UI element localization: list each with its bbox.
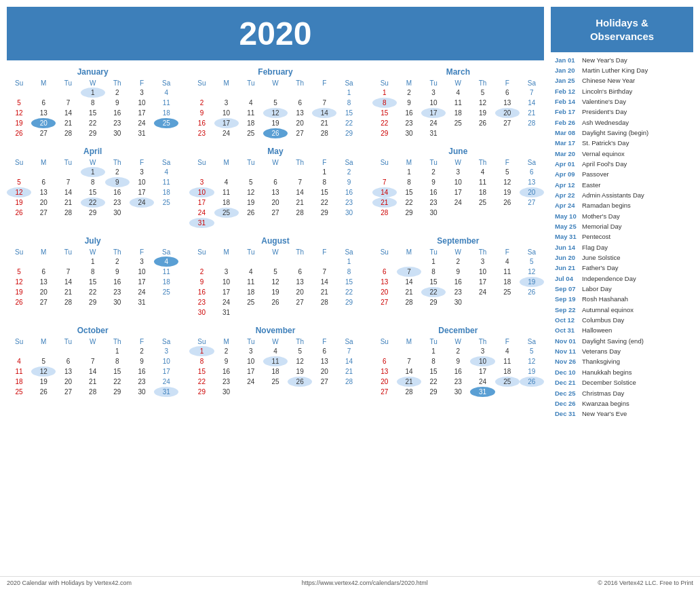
- calendar-day: 25: [154, 118, 178, 128]
- holiday-date: Jan 01: [555, 56, 579, 64]
- calendar-day: 9: [446, 267, 470, 277]
- holiday-date: Dec 10: [555, 368, 579, 377]
- day-header: F: [312, 158, 336, 167]
- calendar-day: 5: [31, 356, 56, 366]
- calendar-day: 14: [520, 98, 544, 108]
- month-table: SuMTuWThFSa12345678910111213141516171819…: [7, 158, 178, 218]
- holiday-name: June Solstice: [582, 254, 621, 262]
- calendar-day: 22: [81, 118, 105, 128]
- calendar-day: 30: [336, 208, 361, 218]
- month-block: NovemberSuMTuWThFSa123456789101112131415…: [189, 326, 361, 397]
- calendar-day: 26: [288, 377, 312, 387]
- calendar-day: 12: [7, 187, 31, 197]
- calendar-day: 3: [421, 88, 446, 98]
- day-header: F: [495, 158, 520, 167]
- calendar-day: [263, 88, 288, 98]
- calendar-day: 29: [421, 297, 446, 307]
- calendar-day: 23: [421, 197, 446, 208]
- calendar-day: 30: [446, 297, 470, 307]
- calendar-day: 17: [239, 366, 263, 377]
- month-table: SuMTuWThFSa12345678910111213141516171819…: [7, 79, 178, 138]
- calendar-day: 12: [520, 356, 544, 366]
- day-header: M: [397, 248, 421, 256]
- calendar-day: 13: [31, 187, 56, 197]
- calendar-day: [56, 167, 80, 177]
- calendar-day: 5: [520, 256, 544, 267]
- holiday-item: Nov 11Veterans Day: [553, 347, 691, 357]
- holiday-item: Jan 20Martin Luther King Day: [553, 65, 691, 75]
- calendar-day: 28: [312, 128, 336, 138]
- calendar-day: 6: [288, 267, 312, 277]
- calendar-day: 2: [336, 167, 361, 177]
- calendar-day: 25: [495, 287, 520, 297]
- calendar-day: 11: [7, 366, 31, 377]
- holiday-name: Thanksgiving: [582, 358, 620, 366]
- calendar-day: 14: [397, 277, 421, 287]
- calendar-day: 20: [31, 287, 56, 297]
- calendar-day: 2: [105, 88, 130, 98]
- calendar-day: 17: [130, 187, 154, 197]
- day-header: Su: [372, 248, 397, 256]
- calendar-day: 5: [263, 267, 288, 277]
- calendar-day: 30: [397, 128, 421, 138]
- holiday-item: Sep 22Autumnal equinox: [553, 305, 691, 315]
- calendar-day: [130, 208, 154, 218]
- calendar-day: 4: [495, 256, 520, 267]
- calendar-day: 25: [7, 387, 31, 397]
- calendar-day: 27: [288, 128, 312, 138]
- calendar-day: 10: [214, 108, 239, 118]
- calendar-day: [288, 218, 312, 228]
- holiday-item: Oct 12Columbus Day: [553, 316, 691, 326]
- calendar-day: 15: [397, 187, 421, 197]
- calendar-day: 4: [154, 88, 178, 98]
- calendar-day: 2: [397, 88, 421, 98]
- day-header: Tu: [239, 158, 263, 167]
- month-table: SuMTuWThFSa12345678910111213141516171819…: [189, 158, 361, 228]
- calendar-day: 16: [446, 277, 470, 287]
- day-header: Th: [470, 79, 494, 88]
- holiday-item: Mar 08Daylight Saving (begin): [553, 128, 691, 138]
- calendar-day: 1: [81, 256, 105, 267]
- calendar-day: [288, 88, 312, 98]
- calendar-day: 29: [81, 128, 105, 138]
- calendar-day: 14: [336, 356, 361, 366]
- calendar-day: 7: [397, 356, 421, 366]
- calendar-day: 25: [495, 377, 520, 387]
- calendar-day: 10: [130, 267, 154, 277]
- holiday-item: Apr 12Easter: [553, 180, 691, 190]
- calendar-day: 9: [336, 177, 361, 187]
- month-name: February: [189, 67, 361, 77]
- calendar-day: [31, 167, 56, 177]
- calendar-day: 19: [470, 108, 494, 118]
- calendar-day: 24: [214, 128, 239, 138]
- holiday-name: Mother's Day: [582, 212, 620, 221]
- calendar-day: 3: [130, 256, 154, 267]
- calendar-day: 2: [214, 346, 239, 356]
- calendar-day: 11: [154, 177, 178, 187]
- calendar-day: 1: [421, 346, 446, 356]
- calendar-day: 15: [336, 108, 361, 118]
- day-header: Tu: [239, 337, 263, 346]
- calendar-day: 27: [31, 208, 56, 218]
- calendar-day: 8: [421, 356, 446, 366]
- calendar-day: 31: [214, 307, 239, 318]
- holiday-name: Kwanzaa begins: [582, 400, 629, 408]
- calendar-day: 22: [336, 287, 361, 297]
- holiday-item: May 10Mother's Day: [553, 211, 691, 221]
- calendar-day: 13: [31, 277, 56, 287]
- calendar-day: 11: [154, 98, 178, 108]
- holiday-item: Apr 24Ramadan begins: [553, 201, 691, 211]
- day-header: W: [446, 337, 470, 346]
- holiday-date: Nov 11: [555, 347, 579, 356]
- calendar-day: 17: [130, 277, 154, 287]
- calendar-day: 13: [56, 366, 80, 377]
- calendar-day: 29: [81, 208, 105, 218]
- holiday-name: Valentine's Day: [582, 98, 626, 106]
- calendar-day: 17: [130, 108, 154, 118]
- calendar-day: 6: [372, 267, 397, 277]
- day-header: W: [81, 79, 105, 88]
- calendar-day: 2: [189, 267, 214, 277]
- holiday-item: Feb 17President's Day: [553, 107, 691, 117]
- day-header: Su: [7, 337, 31, 346]
- calendar-day: [31, 346, 56, 356]
